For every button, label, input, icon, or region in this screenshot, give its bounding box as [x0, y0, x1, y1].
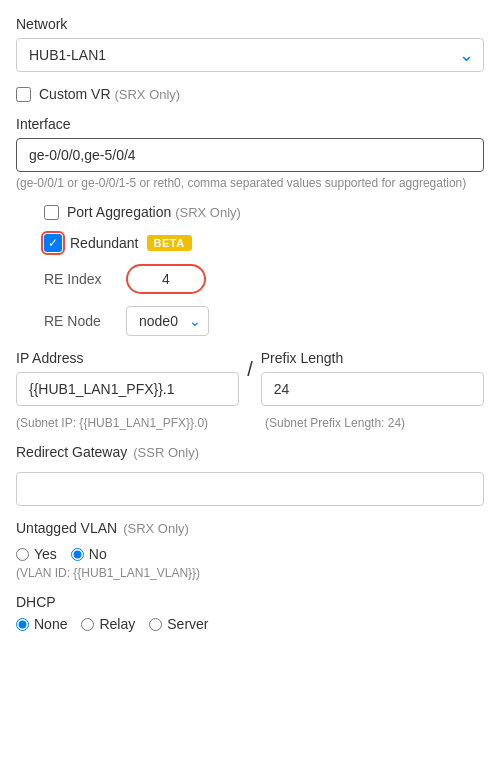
untagged-vlan-radio-group: Yes No	[16, 546, 484, 562]
vlan-hint: (VLAN ID: {{HUB1_LAN1_VLAN}})	[16, 566, 484, 580]
custom-vr-checkbox[interactable]	[16, 87, 31, 102]
re-index-label: RE Index	[44, 271, 114, 287]
prefix-length-col: Prefix Length	[261, 350, 484, 406]
re-node-label: RE Node	[44, 313, 114, 329]
untagged-vlan-sublabel: (SRX Only)	[123, 521, 189, 536]
prefix-length-input[interactable]	[261, 372, 484, 406]
ip-prefix-row: IP Address / Prefix Length	[16, 350, 484, 406]
redirect-gateway-label: Redirect Gateway	[16, 444, 127, 460]
beta-badge: BETA	[147, 235, 192, 251]
dhcp-relay-radio[interactable]	[81, 618, 94, 631]
dhcp-relay-label: Relay	[99, 616, 135, 632]
network-select-wrapper: HUB1-LAN1 HUB1-LAN2 ⌄	[16, 38, 484, 72]
dhcp-none-label: None	[34, 616, 67, 632]
vlan-yes-radio[interactable]	[16, 548, 29, 561]
dhcp-none-option[interactable]: None	[16, 616, 67, 632]
interface-field: Interface (ge-0/0/1 or ge-0/0/1-5 or ret…	[16, 116, 484, 190]
port-aggregation-section: Port Aggregation (SRX Only) ✓ Redundant …	[16, 204, 484, 336]
re-node-select-wrapper: node0 node1 ⌄	[126, 306, 209, 336]
dhcp-relay-option[interactable]: Relay	[81, 616, 135, 632]
dhcp-label: DHCP	[16, 594, 484, 610]
custom-vr-row: Custom VR (SRX Only)	[16, 86, 484, 102]
port-aggregation-checkbox[interactable]	[44, 205, 59, 220]
interface-hint: (ge-0/0/1 or ge-0/0/1-5 or reth0, comma …	[16, 176, 484, 190]
vlan-no-radio[interactable]	[71, 548, 84, 561]
network-field: Network HUB1-LAN1 HUB1-LAN2 ⌄	[16, 16, 484, 72]
ip-hint: (Subnet IP: {{HUB1_LAN1_PFX}}.0)	[16, 412, 235, 430]
untagged-vlan-label: Untagged VLAN	[16, 520, 117, 536]
interface-input[interactable]	[16, 138, 484, 172]
redundant-row: ✓ Redundant BETA	[44, 234, 484, 252]
redirect-gateway-field: Redirect Gateway (SSR Only)	[16, 444, 484, 506]
dhcp-none-radio[interactable]	[16, 618, 29, 631]
redirect-gateway-sublabel: (SSR Only)	[133, 445, 199, 460]
re-index-input[interactable]	[126, 264, 206, 294]
redirect-gateway-input[interactable]	[16, 472, 484, 506]
dhcp-server-label: Server	[167, 616, 208, 632]
custom-vr-sublabel: (SRX Only)	[114, 87, 180, 102]
custom-vr-label[interactable]: Custom VR (SRX Only)	[39, 86, 180, 102]
interface-label: Interface	[16, 116, 484, 132]
network-select[interactable]: HUB1-LAN1 HUB1-LAN2	[16, 38, 484, 72]
port-aggregation-label[interactable]: Port Aggregation (SRX Only)	[67, 204, 241, 220]
interface-input-wrapper	[16, 138, 484, 172]
ip-address-label: IP Address	[16, 350, 239, 366]
re-node-select[interactable]: node0 node1	[126, 306, 209, 336]
checkmark-icon: ✓	[48, 237, 58, 249]
network-label: Network	[16, 16, 484, 32]
port-aggregation-sublabel: (SRX Only)	[175, 205, 241, 220]
vlan-no-option[interactable]: No	[71, 546, 107, 562]
re-node-row: RE Node node0 node1 ⌄	[44, 306, 484, 336]
prefix-length-label: Prefix Length	[261, 350, 484, 366]
redundant-checkbox[interactable]: ✓	[44, 234, 62, 252]
dhcp-radio-group: None Relay Server	[16, 616, 484, 632]
prefix-hint: (Subnet Prefix Length: 24)	[265, 412, 484, 430]
vlan-no-label: No	[89, 546, 107, 562]
vlan-yes-label: Yes	[34, 546, 57, 562]
dhcp-server-radio[interactable]	[149, 618, 162, 631]
untagged-vlan-field: Untagged VLAN (SRX Only) Yes No (VLAN ID…	[16, 520, 484, 580]
ip-address-input[interactable]	[16, 372, 239, 406]
ip-separator: /	[247, 350, 253, 381]
ip-address-col: IP Address	[16, 350, 239, 406]
dhcp-server-option[interactable]: Server	[149, 616, 208, 632]
ip-prefix-group: IP Address / Prefix Length (Subnet IP: {…	[16, 350, 484, 430]
dhcp-field: DHCP None Relay Server	[16, 594, 484, 632]
port-aggregation-row: Port Aggregation (SRX Only)	[44, 204, 484, 220]
redundant-label: Redundant	[70, 235, 139, 251]
re-index-row: RE Index	[44, 264, 484, 294]
vlan-yes-option[interactable]: Yes	[16, 546, 57, 562]
